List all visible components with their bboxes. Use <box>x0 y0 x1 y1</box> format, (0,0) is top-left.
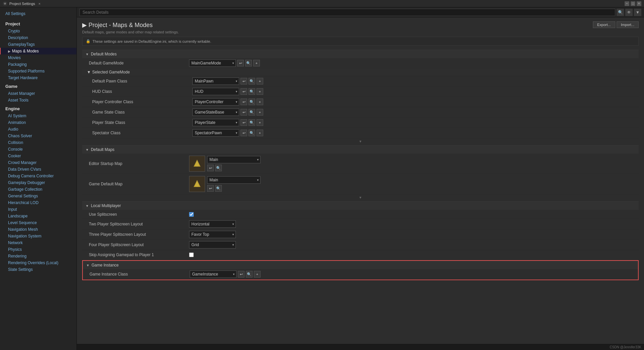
dropdown-editor-map[interactable]: Main <box>207 156 261 163</box>
sidebar-item-hierarchical-lod[interactable]: Hierarchical LOD <box>0 199 76 206</box>
chevron-down-icon-scroll2: ▼ <box>359 196 362 199</box>
reset-game-map-btn[interactable]: ↩ <box>207 185 214 192</box>
reset-hud-btn[interactable]: ↩ <box>240 88 247 95</box>
sidebar-item-general-settings[interactable]: General Settings <box>0 193 76 199</box>
dropdown-game-state[interactable]: GameStateBase <box>192 109 239 116</box>
sidebar-item-crypto[interactable]: Crypto <box>0 28 76 34</box>
sidebar-item-ai-system[interactable]: AI System <box>0 113 76 119</box>
reset-pc-btn[interactable]: ↩ <box>240 99 247 105</box>
sidebar-item-supported-platforms[interactable]: Supported Platforms <box>0 68 76 74</box>
section-header-default-maps[interactable]: ▼ Default Maps <box>82 145 639 154</box>
search-input[interactable] <box>79 9 615 16</box>
dropdown-two-player[interactable]: Horizontal Vertical <box>189 220 236 228</box>
dropdown-four-player[interactable]: Grid <box>189 241 236 248</box>
maximize-button[interactable]: □ <box>631 1 635 6</box>
eye-button[interactable]: 👁 <box>625 9 633 16</box>
sidebar-item-data-driven-cvars[interactable]: Data Driven CVars <box>0 166 76 173</box>
sidebar: All Settings Project Crypto Description … <box>0 7 77 350</box>
sidebar-item-crowd-manager[interactable]: Crowd Manager <box>0 159 76 166</box>
title-bar-close-tab[interactable]: × <box>37 2 42 6</box>
dropdown-default-pawn[interactable]: MainPawn <box>192 77 239 85</box>
sidebar-item-slate-settings[interactable]: Slate Settings <box>0 266 76 273</box>
sidebar-item-movies[interactable]: Movies <box>0 54 76 61</box>
search-editor-map-btn[interactable]: 🔍 <box>215 165 222 171</box>
search-pc-btn[interactable]: 🔍 <box>249 99 255 105</box>
sidebar-item-target-hardware[interactable]: Target Hardware <box>0 74 76 81</box>
add-hud-btn[interactable]: + <box>257 88 263 95</box>
reset-ps-btn[interactable]: ↩ <box>240 119 247 126</box>
sidebar-item-audio[interactable]: Audio <box>0 126 76 133</box>
search-gi-btn[interactable]: 🔍 <box>246 271 253 278</box>
sidebar-item-console[interactable]: Console <box>0 146 76 153</box>
minimize-button[interactable]: − <box>625 1 629 6</box>
sidebar-item-asset-manager[interactable]: Asset Manager <box>0 90 76 97</box>
sidebar-item-navigation-mesh[interactable]: Navigation Mesh <box>0 226 76 233</box>
reset-pawn-btn[interactable]: ↩ <box>240 78 247 84</box>
dropdown-player-state[interactable]: PlayerState <box>192 119 239 126</box>
row-four-player-layout: Four Player Splitscreen Layout Grid ▼ <box>82 240 639 250</box>
sidebar-item-chaos-solver[interactable]: Chaos Solver <box>0 133 76 139</box>
add-pawn-btn[interactable]: + <box>257 78 263 84</box>
section-header-game-instance[interactable]: ▼ Game Instance <box>83 261 638 269</box>
dropdown-hud[interactable]: HUD <box>192 88 239 95</box>
sidebar-item-packaging[interactable]: Packaging <box>0 61 76 68</box>
search-hud-btn[interactable]: 🔍 <box>249 88 255 95</box>
close-button[interactable]: × <box>637 1 641 6</box>
search-gamemode-btn[interactable]: 🔍 <box>245 60 252 66</box>
sidebar-item-garbage-collection[interactable]: Garbage Collection <box>0 186 76 193</box>
dropdown-button[interactable]: ▼ <box>634 9 641 16</box>
dropdown-game-map[interactable]: Main <box>207 176 261 184</box>
search-ps-btn[interactable]: 🔍 <box>249 119 255 126</box>
sidebar-item-network[interactable]: Network <box>0 239 76 246</box>
search-button[interactable]: 🔍 <box>617 9 624 16</box>
dropdown-three-player[interactable]: Favor Top Favor Bottom <box>189 231 236 238</box>
section-header-local-multiplayer[interactable]: ▼ Local Multiplayer <box>82 201 639 210</box>
add-pc-btn[interactable]: + <box>257 99 263 105</box>
title-bar: U Project Settings × − □ × <box>0 0 644 7</box>
export-button[interactable]: Export... <box>593 21 615 28</box>
sidebar-item-input[interactable]: Input <box>0 206 76 213</box>
add-gamemode-btn[interactable]: + <box>253 60 260 66</box>
dropdown-wrapper-game-instance: GameInstance ▼ <box>190 271 236 278</box>
dropdown-player-controller[interactable]: PlayerController <box>192 98 239 106</box>
value-hud-class: HUD ▼ ↩ 🔍 + <box>192 88 635 95</box>
import-button[interactable]: Import... <box>617 21 639 28</box>
sidebar-item-rendering-overrides[interactable]: Rendering Overrides (Local) <box>0 259 76 266</box>
search-gs-btn[interactable]: 🔍 <box>249 109 255 116</box>
sidebar-item-gameplaytags[interactable]: GameplayTags <box>0 41 76 48</box>
sidebar-item-landscape[interactable]: Landscape <box>0 213 76 219</box>
search-spec-btn[interactable]: 🔍 <box>249 130 255 136</box>
checkbox-skip-gamepad[interactable] <box>189 252 194 257</box>
sidebar-item-maps-modes[interactable]: ▶Maps & Modes <box>0 48 76 54</box>
add-gi-btn[interactable]: + <box>254 271 261 278</box>
add-spec-btn[interactable]: + <box>257 130 263 136</box>
reset-gs-btn[interactable]: ↩ <box>240 109 247 116</box>
section-header-default-modes[interactable]: ▼ Default Modes <box>82 50 639 58</box>
sidebar-item-level-sequence[interactable]: Level Sequence <box>0 219 76 226</box>
label-three-player-layout: Three Player Splitscreen Layout <box>89 232 189 237</box>
sidebar-item-physics[interactable]: Physics <box>0 246 76 253</box>
label-four-player-layout: Four Player Splitscreen Layout <box>89 242 189 247</box>
add-gs-btn[interactable]: + <box>257 109 263 116</box>
sidebar-item-description[interactable]: Description <box>0 34 76 41</box>
search-pawn-btn[interactable]: 🔍 <box>249 78 255 84</box>
add-ps-btn[interactable]: + <box>257 119 263 126</box>
sidebar-item-debug-camera-controller[interactable]: Debug Camera Controller <box>0 173 76 179</box>
sidebar-item-animation[interactable]: Animation <box>0 119 76 126</box>
reset-editor-map-btn[interactable]: ↩ <box>207 165 214 171</box>
sidebar-item-gameplay-debugger[interactable]: Gameplay Debugger <box>0 179 76 186</box>
dropdown-default-gamemode[interactable]: MainGameMode <box>189 59 236 67</box>
checkbox-use-splitscreen[interactable] <box>189 212 194 217</box>
dropdown-spectator[interactable]: SpectatorPawn <box>192 129 239 137</box>
arrow-left-icon-btn[interactable]: ↩ <box>237 60 244 66</box>
reset-gi-btn[interactable]: ↩ <box>238 271 245 278</box>
reset-spec-btn[interactable]: ↩ <box>240 130 247 136</box>
sidebar-item-collision[interactable]: Collision <box>0 139 76 146</box>
sidebar-item-asset-tools[interactable]: Asset Tools <box>0 97 76 104</box>
search-game-map-btn[interactable]: 🔍 <box>215 185 222 192</box>
sidebar-item-navigation-system[interactable]: Navigation System <box>0 233 76 239</box>
sidebar-all-settings[interactable]: All Settings <box>0 10 76 19</box>
dropdown-game-instance[interactable]: GameInstance <box>190 271 236 278</box>
sidebar-item-rendering[interactable]: Rendering <box>0 253 76 259</box>
sidebar-item-cooker[interactable]: Cooker <box>0 153 76 159</box>
